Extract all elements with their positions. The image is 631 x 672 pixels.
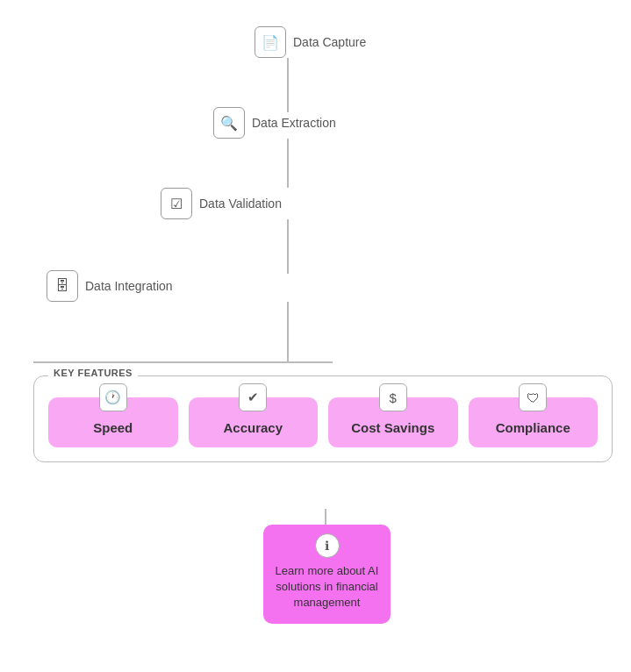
data-validation-icon: ☑ [161,188,192,219]
callout-info-icon: ℹ [315,533,340,558]
data-extraction-icon: 🔍 [213,107,245,139]
step-data-validation: ☑ Data Validation [161,188,282,219]
connector-2 [287,139,289,188]
features-row: 🕐 Speed ✔ Accuracy $ Cost Savings 🛡 Comp… [48,397,598,447]
data-capture-icon: 📄 [255,26,286,58]
compliance-icon: 🛡 [519,383,547,411]
step-data-capture: 📄 Data Capture [255,26,366,58]
data-capture-label: Data Capture [293,35,366,49]
connector-3 [287,219,289,274]
flow-diagram: 📄 Data Capture 🔍 Data Extraction ☑ Data … [0,0,631,672]
speed-label: Speed [93,420,133,435]
cost-savings-label: Cost Savings [351,420,434,435]
connector-1 [287,58,289,112]
accuracy-icon: ✔ [239,383,267,411]
data-validation-label: Data Validation [199,197,282,211]
feature-accuracy: ✔ Accuracy [189,397,319,447]
compliance-label: Compliance [496,420,570,435]
feature-compliance: 🛡 Compliance [469,397,599,447]
data-extraction-label: Data Extraction [252,116,336,130]
callout-box[interactable]: ℹ Learn more about AI solutions in finan… [263,525,391,624]
step-data-integration: 🗄 Data Integration [47,270,173,302]
step-data-extraction: 🔍 Data Extraction [213,107,336,139]
accuracy-label: Accuracy [223,420,283,435]
connector-4 [287,302,289,361]
data-integration-label: Data Integration [85,279,173,293]
key-features-section: KEY FEATURES 🕐 Speed ✔ Accuracy $ Cost S… [33,375,613,462]
cost-savings-icon: $ [379,383,407,411]
data-integration-icon: 🗄 [47,270,78,302]
key-features-label: KEY FEATURES [48,368,138,378]
speed-icon: 🕐 [99,383,127,411]
feature-speed: 🕐 Speed [48,397,178,447]
callout-text: Learn more about AI solutions in financi… [274,563,380,611]
h-connector-top [33,361,333,363]
feature-cost-savings: $ Cost Savings [328,397,458,447]
